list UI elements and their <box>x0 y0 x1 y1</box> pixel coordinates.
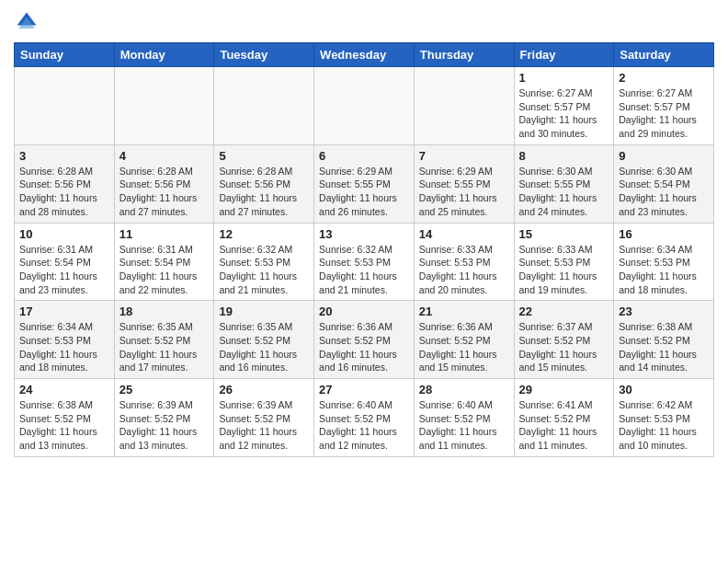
day-info: Sunrise: 6:39 AM Sunset: 5:52 PM Dayligh… <box>119 398 210 453</box>
day-number: 30 <box>619 383 709 396</box>
calendar-cell: 18Sunrise: 6:35 AM Sunset: 5:52 PM Dayli… <box>114 301 214 379</box>
day-number: 5 <box>219 149 309 163</box>
calendar-cell: 5Sunrise: 6:28 AM Sunset: 5:56 PM Daylig… <box>214 144 314 223</box>
day-number: 20 <box>319 304 409 318</box>
weekday-header-friday: Friday <box>514 43 614 67</box>
day-number: 7 <box>419 149 509 163</box>
day-number: 4 <box>119 149 210 163</box>
day-info: Sunrise: 6:36 AM Sunset: 5:52 PM Dayligh… <box>319 320 409 374</box>
day-info: Sunrise: 6:33 AM Sunset: 5:53 PM Dayligh… <box>519 243 609 297</box>
logo-icon <box>14 9 40 35</box>
calendar-cell: 15Sunrise: 6:33 AM Sunset: 5:53 PM Dayli… <box>514 223 614 301</box>
day-number: 15 <box>519 227 609 241</box>
calendar-cell: 25Sunrise: 6:39 AM Sunset: 5:52 PM Dayli… <box>114 379 214 457</box>
logo <box>14 9 43 35</box>
calendar-cell: 7Sunrise: 6:29 AM Sunset: 5:55 PM Daylig… <box>414 144 514 223</box>
calendar: SundayMondayTuesdayWednesdayThursdayFrid… <box>14 42 714 457</box>
day-info: Sunrise: 6:33 AM Sunset: 5:53 PM Dayligh… <box>419 243 509 297</box>
calendar-cell: 23Sunrise: 6:38 AM Sunset: 5:52 PM Dayli… <box>614 301 714 379</box>
calendar-cell: 11Sunrise: 6:31 AM Sunset: 5:54 PM Dayli… <box>114 223 214 301</box>
calendar-cell: 21Sunrise: 6:36 AM Sunset: 5:52 PM Dayli… <box>414 301 514 379</box>
day-info: Sunrise: 6:27 AM Sunset: 5:57 PM Dayligh… <box>619 86 709 141</box>
calendar-cell: 1Sunrise: 6:27 AM Sunset: 5:57 PM Daylig… <box>514 67 614 145</box>
calendar-cell: 16Sunrise: 6:34 AM Sunset: 5:53 PM Dayli… <box>614 223 714 301</box>
day-info: Sunrise: 6:29 AM Sunset: 5:55 PM Dayligh… <box>319 165 409 219</box>
calendar-cell: 20Sunrise: 6:36 AM Sunset: 5:52 PM Dayli… <box>314 301 415 379</box>
day-number: 8 <box>519 149 609 163</box>
day-info: Sunrise: 6:39 AM Sunset: 5:52 PM Dayligh… <box>219 398 309 453</box>
day-number: 28 <box>419 383 509 396</box>
week-row-2: 3Sunrise: 6:28 AM Sunset: 5:56 PM Daylig… <box>15 144 714 223</box>
day-info: Sunrise: 6:34 AM Sunset: 5:53 PM Dayligh… <box>619 243 709 297</box>
calendar-cell <box>414 67 514 145</box>
day-number: 17 <box>19 304 109 318</box>
day-info: Sunrise: 6:27 AM Sunset: 5:57 PM Dayligh… <box>519 86 609 141</box>
page: SundayMondayTuesdayWednesdayThursdayFrid… <box>0 0 728 471</box>
day-info: Sunrise: 6:28 AM Sunset: 5:56 PM Dayligh… <box>119 165 210 219</box>
day-info: Sunrise: 6:28 AM Sunset: 5:56 PM Dayligh… <box>219 165 309 219</box>
calendar-cell <box>114 67 214 145</box>
week-row-1: 1Sunrise: 6:27 AM Sunset: 5:57 PM Daylig… <box>15 67 714 145</box>
calendar-cell: 2Sunrise: 6:27 AM Sunset: 5:57 PM Daylig… <box>614 67 714 145</box>
calendar-cell: 19Sunrise: 6:35 AM Sunset: 5:52 PM Dayli… <box>214 301 314 379</box>
day-number: 14 <box>419 227 509 241</box>
week-row-5: 24Sunrise: 6:38 AM Sunset: 5:52 PM Dayli… <box>15 379 714 457</box>
day-number: 3 <box>19 149 109 163</box>
day-info: Sunrise: 6:38 AM Sunset: 5:52 PM Dayligh… <box>19 398 109 453</box>
day-number: 22 <box>519 304 609 318</box>
day-number: 10 <box>19 227 109 241</box>
day-number: 13 <box>319 227 409 241</box>
calendar-cell <box>314 67 415 145</box>
day-info: Sunrise: 6:41 AM Sunset: 5:52 PM Dayligh… <box>519 398 609 453</box>
calendar-cell: 4Sunrise: 6:28 AM Sunset: 5:56 PM Daylig… <box>114 144 214 223</box>
day-number: 24 <box>19 383 109 396</box>
calendar-cell <box>214 67 314 145</box>
weekday-header-thursday: Thursday <box>414 43 514 67</box>
weekday-header-sunday: Sunday <box>15 43 115 67</box>
day-info: Sunrise: 6:31 AM Sunset: 5:54 PM Dayligh… <box>119 243 210 297</box>
day-number: 29 <box>519 383 609 396</box>
day-number: 27 <box>319 383 409 396</box>
weekday-header-tuesday: Tuesday <box>214 43 314 67</box>
calendar-cell: 9Sunrise: 6:30 AM Sunset: 5:54 PM Daylig… <box>614 144 714 223</box>
day-info: Sunrise: 6:32 AM Sunset: 5:53 PM Dayligh… <box>219 243 309 297</box>
calendar-cell: 3Sunrise: 6:28 AM Sunset: 5:56 PM Daylig… <box>15 144 115 223</box>
calendar-cell: 22Sunrise: 6:37 AM Sunset: 5:52 PM Dayli… <box>514 301 614 379</box>
week-row-4: 17Sunrise: 6:34 AM Sunset: 5:53 PM Dayli… <box>15 301 714 379</box>
calendar-cell <box>15 67 115 145</box>
calendar-cell: 8Sunrise: 6:30 AM Sunset: 5:55 PM Daylig… <box>514 144 614 223</box>
day-info: Sunrise: 6:31 AM Sunset: 5:54 PM Dayligh… <box>19 243 109 297</box>
day-info: Sunrise: 6:42 AM Sunset: 5:53 PM Dayligh… <box>619 398 709 453</box>
calendar-cell: 27Sunrise: 6:40 AM Sunset: 5:52 PM Dayli… <box>314 379 415 457</box>
weekday-header-saturday: Saturday <box>614 43 714 67</box>
day-number: 6 <box>319 149 409 163</box>
calendar-cell: 24Sunrise: 6:38 AM Sunset: 5:52 PM Dayli… <box>15 379 115 457</box>
day-info: Sunrise: 6:40 AM Sunset: 5:52 PM Dayligh… <box>419 398 509 453</box>
day-info: Sunrise: 6:32 AM Sunset: 5:53 PM Dayligh… <box>319 243 409 297</box>
calendar-cell: 17Sunrise: 6:34 AM Sunset: 5:53 PM Dayli… <box>15 301 115 379</box>
day-number: 11 <box>119 227 210 241</box>
day-number: 12 <box>219 227 309 241</box>
day-info: Sunrise: 6:29 AM Sunset: 5:55 PM Dayligh… <box>419 165 509 219</box>
day-info: Sunrise: 6:40 AM Sunset: 5:52 PM Dayligh… <box>319 398 409 453</box>
day-info: Sunrise: 6:35 AM Sunset: 5:52 PM Dayligh… <box>119 320 210 374</box>
day-number: 9 <box>619 149 709 163</box>
week-row-3: 10Sunrise: 6:31 AM Sunset: 5:54 PM Dayli… <box>15 223 714 301</box>
day-info: Sunrise: 6:30 AM Sunset: 5:55 PM Dayligh… <box>519 165 609 219</box>
day-number: 1 <box>519 71 609 85</box>
weekday-header-wednesday: Wednesday <box>314 43 415 67</box>
day-info: Sunrise: 6:28 AM Sunset: 5:56 PM Dayligh… <box>19 165 109 219</box>
day-number: 23 <box>619 304 709 318</box>
day-info: Sunrise: 6:34 AM Sunset: 5:53 PM Dayligh… <box>19 320 109 374</box>
calendar-cell: 13Sunrise: 6:32 AM Sunset: 5:53 PM Dayli… <box>314 223 415 301</box>
day-number: 18 <box>119 304 210 318</box>
day-info: Sunrise: 6:37 AM Sunset: 5:52 PM Dayligh… <box>519 320 609 374</box>
weekday-header-row: SundayMondayTuesdayWednesdayThursdayFrid… <box>15 43 714 67</box>
day-info: Sunrise: 6:38 AM Sunset: 5:52 PM Dayligh… <box>619 320 709 374</box>
calendar-cell: 10Sunrise: 6:31 AM Sunset: 5:54 PM Dayli… <box>15 223 115 301</box>
calendar-cell: 26Sunrise: 6:39 AM Sunset: 5:52 PM Dayli… <box>214 379 314 457</box>
day-info: Sunrise: 6:30 AM Sunset: 5:54 PM Dayligh… <box>619 165 709 219</box>
calendar-cell: 30Sunrise: 6:42 AM Sunset: 5:53 PM Dayli… <box>614 379 714 457</box>
calendar-cell: 14Sunrise: 6:33 AM Sunset: 5:53 PM Dayli… <box>414 223 514 301</box>
day-info: Sunrise: 6:35 AM Sunset: 5:52 PM Dayligh… <box>219 320 309 374</box>
